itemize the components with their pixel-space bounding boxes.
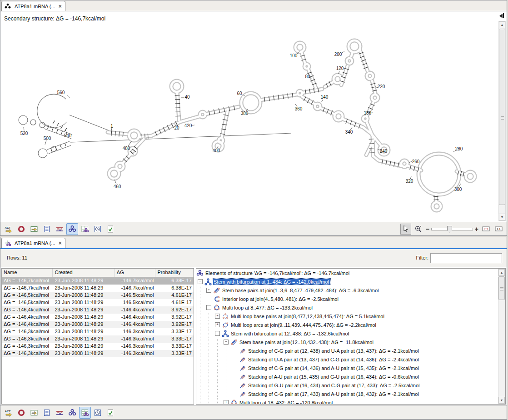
tab-structure-table[interactable]: rect x="2" y="2.5" width="13.5" height="… xyxy=(1,238,65,248)
column-header-name[interactable]: Name xyxy=(2,269,53,277)
residue-number-label: 1 xyxy=(110,124,113,129)
history-view-button[interactable] xyxy=(92,223,104,235)
circular-view-button[interactable] xyxy=(15,407,27,419)
column-header-probability[interactable]: Probability xyxy=(155,269,194,277)
expand-icon[interactable]: + xyxy=(224,400,229,405)
column-header--g[interactable]: ΔG xyxy=(115,269,156,277)
table-row[interactable]: ΔG = -146,7kcal/mol23-Jun-2008 11:48:29-… xyxy=(2,277,194,285)
cell-dg: -146.3kcal/mol xyxy=(115,350,156,357)
table-row[interactable]: ΔG = -146,4kcal/mol23-Jun-2008 11:48:29-… xyxy=(2,321,194,328)
tree-item[interactable]: Stacking of C-G pair at (14, 436) and A-… xyxy=(196,364,505,372)
tree-item[interactable]: Stacking of C-G pair at (17, 433) and A-… xyxy=(196,390,505,398)
rows-count-label: Rows: 11 xyxy=(7,255,27,260)
cell-name: ΔG = -146,5kcal/mol xyxy=(2,292,53,299)
bifurcation-icon xyxy=(204,278,212,285)
tree-item[interactable]: Interior loop at join(4..5,480..481): ΔG… xyxy=(196,295,505,303)
table-row[interactable]: ΔG = -146,3kcal/mol23-Jun-2008 11:48:29-… xyxy=(2,328,194,335)
expand-icon[interactable]: + xyxy=(206,288,211,293)
tree-guide-line xyxy=(205,398,214,405)
zoom-slider-thumb[interactable] xyxy=(447,226,452,233)
tree-item-label: Stacking of C-G pair at (17, 433) and A-… xyxy=(248,391,420,397)
collapse-icon[interactable]: − xyxy=(215,331,220,336)
filter-label: Filter: xyxy=(416,255,429,260)
structure-scan-view-button[interactable] xyxy=(54,407,65,419)
collapse-side-panel-button[interactable] xyxy=(499,13,504,18)
table-row[interactable]: ΔG = -146,3kcal/mol23-Jun-2008 11:48:29-… xyxy=(2,350,194,357)
tree-item-label: Multi loop base pairs at join(8,477,12,4… xyxy=(230,313,386,319)
secondary-structure-view-button[interactable] xyxy=(66,223,78,235)
cell-dg: -146.4kcal/mol xyxy=(115,306,156,314)
element-info-view-button[interactable] xyxy=(105,223,116,235)
tree-item[interactable]: Stacking of G-U pair at (16, 434) and C-… xyxy=(196,381,505,390)
tree-guide-line xyxy=(205,355,214,364)
zoom-in-plus[interactable]: + xyxy=(475,225,478,233)
tab-structure-view[interactable]: g fill="none" stroke="#3c3c9c" stroke-wi… xyxy=(1,1,65,11)
tree-item[interactable]: −Stem base pairs at join(12..18,432..438… xyxy=(196,338,505,346)
tree-guide-line xyxy=(205,372,214,381)
filter-input[interactable] xyxy=(430,253,502,263)
tree-item[interactable]: −Stem with bifurcation at 1..484: ΔG = -… xyxy=(196,277,505,286)
scroll-up-arrow[interactable]: ▲ xyxy=(498,269,505,276)
tree-item[interactable]: +Multi loop at 18..432: ΔG = -120.8kcal/… xyxy=(196,398,505,405)
circular-view-button[interactable] xyxy=(15,223,27,235)
expand-icon[interactable]: + xyxy=(215,314,220,319)
cell-probability: 3.33E-17 xyxy=(155,328,194,335)
sequence-view-icon: ACT xyxy=(5,225,13,233)
column-header-created[interactable]: Created xyxy=(53,269,115,277)
tab-close-icon[interactable]: × xyxy=(57,4,62,9)
cell-probability: 3.92E-17 xyxy=(155,314,194,321)
tree-item[interactable]: Stacking of U-A pair at (13, 437) and C-… xyxy=(196,355,505,364)
annotation-table-view-button[interactable] xyxy=(28,223,40,235)
pointer-tool-button[interactable] xyxy=(400,224,411,235)
rna-structure-canvas[interactable]: 5605205005401480460204204060380400100801… xyxy=(0,24,493,220)
table-row[interactable]: ΔG = -146,7kcal/mol23-Jun-2008 11:48:29-… xyxy=(2,285,194,292)
fit-width-button[interactable] xyxy=(480,224,491,235)
text-view-button[interactable] xyxy=(41,223,53,235)
tab-close-icon[interactable]: × xyxy=(57,241,62,245)
residue-number-label: 540 xyxy=(64,133,72,138)
zoom-slider[interactable] xyxy=(431,228,473,230)
tree-item[interactable]: +Stem base pairs at join(1..3,6..8,477..… xyxy=(196,286,505,295)
tree-item[interactable]: Stacking of C-G pair at (12, 438) and U-… xyxy=(196,346,505,355)
table-row[interactable]: ΔG = -146,4kcal/mol23-Jun-2008 11:48:29-… xyxy=(2,306,194,314)
structure-elements-view-button[interactable] xyxy=(79,407,91,419)
collapse-icon[interactable]: − xyxy=(224,340,229,345)
annotation-table-view-button[interactable] xyxy=(28,407,40,419)
collapse-icon[interactable]: − xyxy=(206,305,211,310)
element-info-view-button[interactable] xyxy=(105,407,116,419)
text-view-icon xyxy=(43,409,51,417)
scroll-up-arrow[interactable]: ▲ xyxy=(499,21,505,28)
history-view-button[interactable] xyxy=(92,407,104,419)
multilooparcs-icon xyxy=(222,321,229,329)
table-row[interactable]: ΔG = -146,5kcal/mol23-Jun-2008 11:48:29-… xyxy=(2,292,194,299)
tree-item[interactable]: Elements of structure 'ΔG = -146,7kcal/m… xyxy=(196,269,505,277)
text-view-button[interactable] xyxy=(41,407,53,419)
tree-item[interactable]: −Stem with bifurcation at 12..438: ΔG = … xyxy=(196,329,505,338)
table-row[interactable]: ΔG = -146,3kcal/mol23-Jun-2008 11:48:29-… xyxy=(2,335,194,343)
sequence-view-button[interactable]: ACT xyxy=(3,223,15,235)
table-row[interactable]: ΔG = -146,4kcal/mol23-Jun-2008 11:48:29-… xyxy=(2,314,194,321)
tree-item[interactable]: +Multi loop arcs at join(9..11,439..444,… xyxy=(196,320,505,329)
tree-item[interactable]: +Multi loop base pairs at join(8,477,12,… xyxy=(196,312,505,320)
structure-scan-view-button[interactable] xyxy=(54,223,65,235)
table-row[interactable]: ΔG = -146,5kcal/mol23-Jun-2008 11:48:29-… xyxy=(2,299,194,306)
scroll-down-arrow[interactable]: ▼ xyxy=(499,214,505,220)
table-row[interactable]: ΔG = -146,3kcal/mol23-Jun-2008 11:48:29-… xyxy=(2,343,194,350)
scroll-down-arrow[interactable]: ▼ xyxy=(498,397,505,404)
expand-icon[interactable]: + xyxy=(215,322,220,327)
one-to-one-button[interactable]: 1:1 xyxy=(493,224,504,235)
structure-elements-view-button[interactable] xyxy=(79,223,91,235)
cell-dg: -146.3kcal/mol xyxy=(115,343,156,350)
structure-vertical-scrollbar[interactable]: ▲ ▼ xyxy=(498,21,506,221)
tree-item[interactable]: Stacking of A-U pair at (15, 435) and G-… xyxy=(196,372,505,381)
tree-item[interactable]: −Multi loop at 8..477: ΔG = -133.2kcal/m… xyxy=(196,303,505,312)
collapse-icon[interactable]: − xyxy=(198,279,203,284)
residue-number-label: 340 xyxy=(345,130,353,135)
tree-vertical-scrollbar[interactable]: ▲ ▼ xyxy=(498,269,505,404)
zoom-in-tool-button[interactable] xyxy=(413,224,424,235)
scroll-thumb[interactable] xyxy=(499,29,505,205)
zoom-out-minus[interactable]: − xyxy=(426,225,429,233)
scroll-thumb[interactable] xyxy=(498,276,505,300)
secondary-structure-view-button[interactable] xyxy=(66,407,78,419)
sequence-view-button[interactable]: ACT xyxy=(3,407,15,419)
